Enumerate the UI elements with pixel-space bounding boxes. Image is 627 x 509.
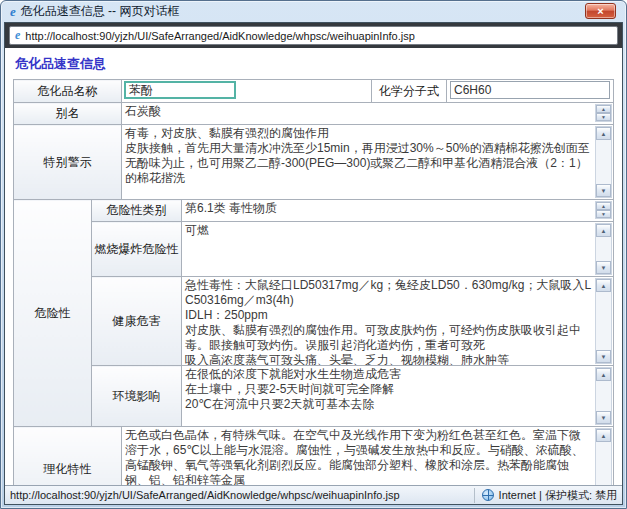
scroll-up-icon[interactable]: ▲ bbox=[596, 127, 611, 140]
label-environment: 环境影响 bbox=[92, 366, 182, 427]
flammability-scrollbar[interactable]: ▲ ▼ bbox=[595, 223, 612, 275]
alias-label: 别名 bbox=[56, 106, 80, 120]
scroll-down-icon[interactable]: ▼ bbox=[596, 184, 611, 197]
label-alias: 别名 bbox=[14, 103, 122, 125]
properties-textarea[interactable]: 无色或白色晶体，有特殊气味。在空气中及光线作用下变为粉红色甚至红色。室温下微溶于… bbox=[122, 427, 594, 485]
url-box[interactable]: e http://localhost:90/yjzh/UI/SafeArrang… bbox=[9, 26, 618, 45]
scroll-down-icon[interactable]: ▼ bbox=[596, 113, 611, 121]
properties-cell: 无色或白色晶体，有特殊气味。在空气中及光线作用下变为粉红色甚至红色。室温下微溶于… bbox=[122, 427, 614, 486]
health-label: 健康危害 bbox=[113, 314, 161, 328]
hazard-label: 危险性 bbox=[35, 306, 71, 320]
scroll-up-icon[interactable]: ▲ bbox=[596, 368, 611, 381]
page-title: 危化品速查信息 bbox=[15, 55, 614, 73]
globe-icon bbox=[482, 489, 494, 501]
client-area: e http://localhost:90/yjzh/UI/SafeArrang… bbox=[4, 22, 623, 505]
label-warning: 特别警示 bbox=[14, 125, 122, 200]
warning-cell: 有毒，对皮肤、黏膜有强烈的腐蚀作用 皮肤接触，首先用大量清水冲洗至少15min，… bbox=[122, 125, 614, 200]
window-title: 危化品速查信息 -- 网页对话框 bbox=[21, 3, 180, 20]
scroll-up-icon[interactable]: ▲ bbox=[596, 224, 611, 237]
scroll-track[interactable] bbox=[596, 140, 611, 184]
formula-cell: C6H60 bbox=[447, 80, 614, 103]
url-text: http://localhost:90/yjzh/UI/SafeArranged… bbox=[25, 30, 415, 42]
hazard-category-cell: 第6.1类 毒性物质 ▲ ▼ bbox=[182, 200, 614, 222]
health-cell: 急性毒性：大鼠经口LD50317mg／kg；兔经皮LD50．630mg/kg；大… bbox=[182, 277, 614, 366]
hazard-category-scrollbar[interactable]: ▲ ▼ bbox=[595, 201, 612, 219]
status-bar: http://localhost:90/yjzh/UI/SafeArranged… bbox=[5, 485, 622, 504]
scroll-track[interactable] bbox=[596, 237, 611, 261]
properties-label: 理化特性 bbox=[44, 462, 92, 476]
warning-scrollbar[interactable]: ▲ ▼ bbox=[595, 126, 612, 198]
environment-scrollbar[interactable]: ▲ ▼ bbox=[595, 367, 612, 425]
page-content: 危化品速查信息 危化品名称 苯酚 化学分子式 bbox=[5, 48, 622, 485]
health-scrollbar[interactable]: ▲ ▼ bbox=[595, 278, 612, 364]
scroll-up-icon[interactable]: ▲ bbox=[596, 279, 611, 292]
flammability-textarea[interactable]: 可燃 bbox=[182, 222, 594, 276]
status-zone: Internet | 保护模式: 禁用 bbox=[474, 488, 617, 503]
scroll-down-icon[interactable]: ▼ bbox=[596, 411, 611, 424]
warning-textarea[interactable]: 有毒，对皮肤、黏膜有强烈的腐蚀作用 皮肤接触，首先用大量清水冲洗至少15min，… bbox=[122, 125, 594, 199]
label-hazard-category: 危险性类别 bbox=[92, 200, 182, 222]
chemical-name-input[interactable]: 苯酚 bbox=[124, 81, 236, 99]
info-table: 危化品名称 苯酚 化学分子式 C6H60 别名 bbox=[13, 79, 614, 485]
flammability-label: 燃烧爆炸危险性 bbox=[95, 242, 179, 256]
environment-textarea[interactable]: 在很低的浓度下就能对水生生物造成危害 在土壤中，只要2-5天时间就可完全降解 2… bbox=[182, 366, 594, 426]
health-textarea[interactable]: 急性毒性：大鼠经口LD50317mg／kg；兔经皮LD50．630mg/kg；大… bbox=[182, 277, 594, 365]
dialog-window: e 危化品速查信息 -- 网页对话框 × e http://localhost:… bbox=[0, 0, 627, 509]
scroll-track[interactable] bbox=[596, 442, 611, 485]
properties-scrollbar[interactable]: ▲ ▼ bbox=[595, 428, 612, 485]
flammability-cell: 可燃 ▲ ▼ bbox=[182, 222, 614, 277]
formula-input[interactable]: C6H60 bbox=[450, 81, 610, 99]
chemical-name-cell: 苯酚 bbox=[122, 80, 372, 103]
warning-label: 特别警示 bbox=[44, 155, 92, 169]
scroll-down-icon[interactable]: ▼ bbox=[596, 210, 611, 218]
label-formula: 化学分子式 bbox=[372, 80, 447, 103]
scroll-up-icon[interactable]: ▲ bbox=[596, 202, 611, 210]
scroll-track[interactable] bbox=[596, 292, 611, 350]
scroll-down-icon[interactable]: ▼ bbox=[596, 350, 611, 363]
scroll-up-icon[interactable]: ▲ bbox=[596, 429, 611, 442]
ie-page-icon: e bbox=[15, 28, 20, 43]
scroll-down-icon[interactable]: ▼ bbox=[596, 261, 611, 274]
chemical-name-label: 危化品名称 bbox=[38, 84, 98, 98]
scroll-up-icon[interactable]: ▲ bbox=[596, 105, 611, 113]
label-properties: 理化特性 bbox=[14, 427, 122, 486]
status-zone-text: Internet | 保护模式: 禁用 bbox=[499, 488, 617, 503]
alias-textarea[interactable]: 石炭酸 bbox=[122, 103, 594, 123]
hazard-category-label: 危险性类别 bbox=[107, 203, 167, 217]
formula-label: 化学分子式 bbox=[379, 84, 439, 98]
scroll-track[interactable] bbox=[596, 381, 611, 411]
environment-label: 环境影响 bbox=[113, 389, 161, 403]
label-health: 健康危害 bbox=[92, 277, 182, 366]
alias-scrollbar[interactable]: ▲ ▼ bbox=[595, 104, 612, 122]
address-bar: e http://localhost:90/yjzh/UI/SafeArrang… bbox=[5, 23, 622, 48]
environment-cell: 在很低的浓度下就能对水生生物造成危害 在土壤中，只要2-5天时间就可完全降解 2… bbox=[182, 366, 614, 427]
label-hazard: 危险性 bbox=[14, 200, 92, 427]
close-button[interactable]: × bbox=[585, 3, 616, 19]
status-url: http://localhost:90/yjzh/UI/SafeArranged… bbox=[10, 489, 400, 501]
ie-icon: e bbox=[10, 4, 16, 20]
hazard-category-textarea[interactable]: 第6.1类 毒性物质 bbox=[182, 200, 594, 220]
label-flammability: 燃烧爆炸危险性 bbox=[92, 222, 182, 277]
label-chemical-name: 危化品名称 bbox=[14, 80, 122, 103]
title-bar[interactable]: e 危化品速查信息 -- 网页对话框 × bbox=[4, 1, 623, 22]
alias-cell: 石炭酸 ▲ ▼ bbox=[122, 103, 614, 125]
